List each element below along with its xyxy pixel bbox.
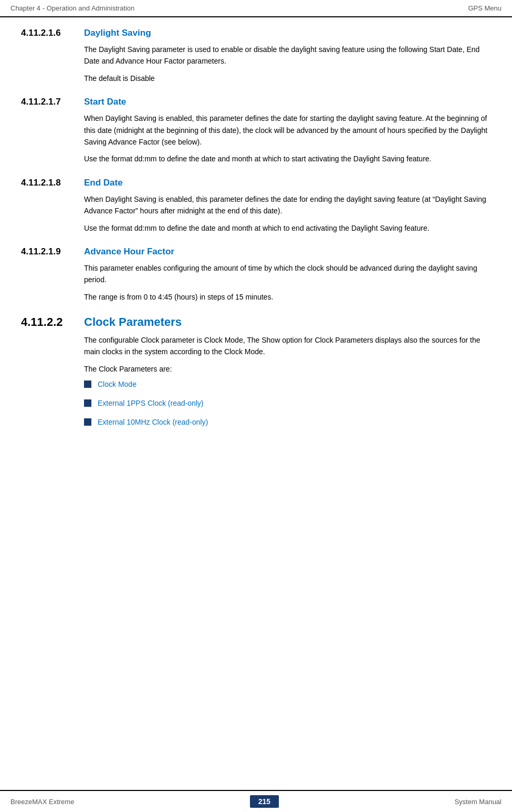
major-section-number: 4.11.2.2	[21, 315, 84, 329]
major-section-container: 4.11.2.2Clock ParametersThe configurable…	[21, 315, 491, 426]
bullet-item-1: External 1PPS Clock (read-only)	[84, 399, 491, 407]
clock-params-list: Clock ModeExternal 1PPS Clock (read-only…	[84, 380, 491, 426]
section-para-s4112118-1: Use the format dd:mm to define the date …	[84, 222, 491, 234]
major-section-body: The configurable Clock parameter is Cloc…	[84, 334, 491, 426]
section-number-s4112116: 4.11.2.1.6	[21, 28, 84, 38]
major-section-para-1: The Clock Parameters are:	[84, 363, 491, 375]
page-header: Chapter 4 - Operation and Administration…	[0, 0, 512, 17]
section-body-s4112118: When Daylight Saving is enabled, this pa…	[84, 193, 491, 234]
section-s4112119: 4.11.2.1.9Advance Hour FactorThis parame…	[21, 246, 491, 303]
major-section-para-0: The configurable Clock parameter is Cloc…	[84, 334, 491, 358]
section-s4112117: 4.11.2.1.7Start DateWhen Daylight Saving…	[21, 97, 491, 165]
section-s4112118: 4.11.2.1.8End DateWhen Daylight Saving i…	[21, 178, 491, 234]
footer-page-number: 215	[250, 795, 279, 808]
section-body-s4112116: The Daylight Saving parameter is used to…	[84, 44, 491, 84]
section-title-s4112118: End Date	[84, 178, 123, 188]
section-heading-s4112118: 4.11.2.1.8End Date	[21, 178, 491, 188]
bullet-square-icon-1	[84, 399, 91, 407]
section-para-s4112119-0: This parameter enables configuring the a…	[84, 262, 491, 286]
bullet-link-1[interactable]: External 1PPS Clock (read-only)	[98, 399, 204, 407]
page-footer: BreezeMAX Extreme 215 System Manual	[0, 790, 512, 812]
footer-brand: BreezeMAX Extreme	[11, 798, 74, 806]
bullet-link-0[interactable]: Clock Mode	[98, 380, 137, 388]
section-heading-s4112116: 4.11.2.1.6Daylight Saving	[21, 28, 491, 38]
section-para-s4112116-1: The default is Disable	[84, 73, 491, 84]
bullet-square-icon-0	[84, 381, 91, 388]
section-title-s4112117: Start Date	[84, 97, 126, 107]
major-section-title: Clock Parameters	[84, 315, 182, 329]
section-s4112116: 4.11.2.1.6Daylight SavingThe Daylight Sa…	[21, 28, 491, 84]
section-number-s4112118: 4.11.2.1.8	[21, 178, 84, 188]
page-content: 4.11.2.1.6Daylight SavingThe Daylight Sa…	[0, 17, 512, 449]
header-section: GPS Menu	[468, 4, 501, 12]
section-para-s4112116-0: The Daylight Saving parameter is used to…	[84, 44, 491, 67]
bullet-link-2[interactable]: External 10MHz Clock (read-only)	[98, 418, 208, 426]
section-body-s4112119: This parameter enables configuring the a…	[84, 262, 491, 303]
bullet-square-icon-2	[84, 418, 91, 426]
section-para-s4112119-1: The range is from 0 to 4:45 (hours) in s…	[84, 291, 491, 303]
header-chapter: Chapter 4 - Operation and Administration	[11, 4, 134, 12]
section-title-s4112119: Advance Hour Factor	[84, 246, 174, 257]
major-section-heading: 4.11.2.2Clock Parameters	[21, 315, 491, 329]
footer-manual: System Manual	[454, 798, 501, 806]
section-body-s4112117: When Daylight Saving is enabled, this pa…	[84, 112, 491, 165]
section-heading-s4112117: 4.11.2.1.7Start Date	[21, 97, 491, 107]
bullet-item-0: Clock Mode	[84, 380, 491, 388]
major-section: 4.11.2.2Clock ParametersThe configurable…	[21, 315, 491, 426]
section-number-s4112117: 4.11.2.1.7	[21, 97, 84, 107]
sections-container: 4.11.2.1.6Daylight SavingThe Daylight Sa…	[21, 28, 491, 303]
section-number-s4112119: 4.11.2.1.9	[21, 246, 84, 257]
section-para-s4112117-0: When Daylight Saving is enabled, this pa…	[84, 112, 491, 148]
section-para-s4112117-1: Use the format dd:mm to define the date …	[84, 153, 491, 165]
section-para-s4112118-0: When Daylight Saving is enabled, this pa…	[84, 193, 491, 217]
bullet-item-2: External 10MHz Clock (read-only)	[84, 418, 491, 426]
section-heading-s4112119: 4.11.2.1.9Advance Hour Factor	[21, 246, 491, 257]
section-title-s4112116: Daylight Saving	[84, 28, 151, 38]
